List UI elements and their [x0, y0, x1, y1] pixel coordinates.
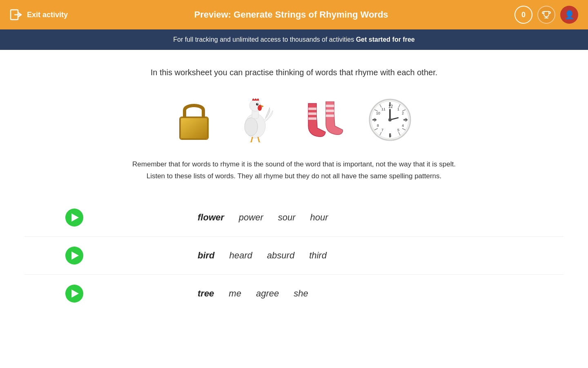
- exit-label: Exit activity: [27, 11, 68, 19]
- svg-rect-23: [326, 105, 334, 107]
- intro-text: In this worksheet you can practise think…: [24, 66, 564, 79]
- svg-text:6: 6: [389, 133, 392, 138]
- svg-point-13: [257, 103, 258, 104]
- banner-text: For full tracking and unlimited access t…: [173, 36, 356, 43]
- page-title: Preview: Generate Strings of Rhyming Wor…: [68, 9, 514, 20]
- rhyme-row: bird heard absurd third: [24, 237, 564, 275]
- play-button-row2[interactable]: [65, 247, 83, 265]
- reminder-text: Remember that for words to rhyme it is t…: [69, 159, 519, 182]
- svg-point-12: [256, 103, 258, 105]
- reminder-line1: Remember that for words to rhyme it is t…: [69, 159, 519, 171]
- svg-rect-24: [326, 110, 334, 112]
- header-controls: 0 👤: [514, 6, 578, 24]
- word-me: me: [229, 288, 241, 299]
- words-list-row3: tree me agree she: [198, 288, 308, 299]
- svg-text:12: 12: [388, 104, 393, 109]
- svg-point-54: [388, 118, 392, 121]
- rhyme-row: flower power sour hour: [24, 199, 564, 237]
- rhyme-row: tree me agree she: [24, 275, 564, 312]
- promo-banner: For full tracking and unlimited access t…: [0, 29, 588, 50]
- svg-text:2: 2: [402, 111, 404, 115]
- svg-rect-25: [326, 114, 334, 117]
- words-list-row2: bird heard absurd third: [198, 250, 327, 261]
- trophy-badge: [537, 6, 555, 24]
- svg-text:8: 8: [377, 123, 379, 128]
- svg-text:1: 1: [397, 107, 399, 111]
- main-content: In this worksheet you can practise think…: [0, 50, 588, 329]
- socks-icon: [298, 101, 343, 142]
- reminder-line2: Listen to these lists of words. They all…: [69, 171, 519, 182]
- svg-text:11: 11: [381, 107, 385, 111]
- word-hour: hour: [310, 212, 328, 223]
- play-button-row3[interactable]: [65, 285, 83, 303]
- svg-rect-21: [308, 112, 316, 115]
- app-header: Exit activity Preview: Generate Strings …: [0, 0, 588, 29]
- svg-text:4: 4: [402, 123, 404, 128]
- score-badge: 0: [514, 6, 532, 24]
- socks-image: [298, 101, 343, 142]
- play-button-row1[interactable]: [65, 209, 83, 227]
- clock-image: 12 3 6 9 1 2 4 5 11 10 8 7: [368, 97, 412, 142]
- clock-icon: 12 3 6 9 1 2 4 5 11 10 8 7: [368, 97, 412, 142]
- svg-point-7: [245, 118, 258, 136]
- svg-text:7: 7: [381, 128, 383, 132]
- rooster-icon: [237, 93, 274, 142]
- words-list-row1: flower power sour hour: [198, 212, 328, 223]
- svg-point-11: [258, 105, 262, 111]
- exit-button[interactable]: Exit activity: [10, 8, 68, 21]
- svg-text:9: 9: [374, 118, 376, 122]
- word-tree: tree: [198, 288, 214, 299]
- rhyme-section: flower power sour hour bird heard absurd…: [24, 199, 564, 312]
- svg-line-14: [251, 137, 252, 142]
- svg-text:10: 10: [376, 111, 380, 115]
- word-bird: bird: [198, 250, 215, 261]
- word-absurd: absurd: [267, 250, 294, 261]
- svg-text:3: 3: [405, 118, 407, 122]
- word-she: she: [294, 288, 308, 299]
- word-sour: sour: [278, 212, 296, 223]
- svg-rect-22: [308, 117, 316, 120]
- word-flower: flower: [198, 212, 224, 223]
- word-agree: agree: [256, 288, 279, 299]
- rooster-image: [237, 93, 274, 142]
- svg-rect-5: [180, 118, 207, 139]
- user-avatar[interactable]: 👤: [560, 6, 578, 24]
- svg-rect-20: [308, 108, 316, 110]
- word-third: third: [309, 250, 327, 261]
- svg-text:5: 5: [397, 128, 399, 132]
- exit-icon: [10, 8, 23, 21]
- banner-cta[interactable]: Get started for free: [356, 36, 415, 43]
- padlock-image: [176, 97, 212, 142]
- svg-line-15: [258, 137, 259, 142]
- images-row: 12 3 6 9 1 2 4 5 11 10 8 7: [24, 93, 564, 142]
- trophy-icon: [541, 10, 551, 20]
- word-power: power: [239, 212, 263, 223]
- padlock-icon: [176, 97, 212, 142]
- word-heard: heard: [229, 250, 252, 261]
